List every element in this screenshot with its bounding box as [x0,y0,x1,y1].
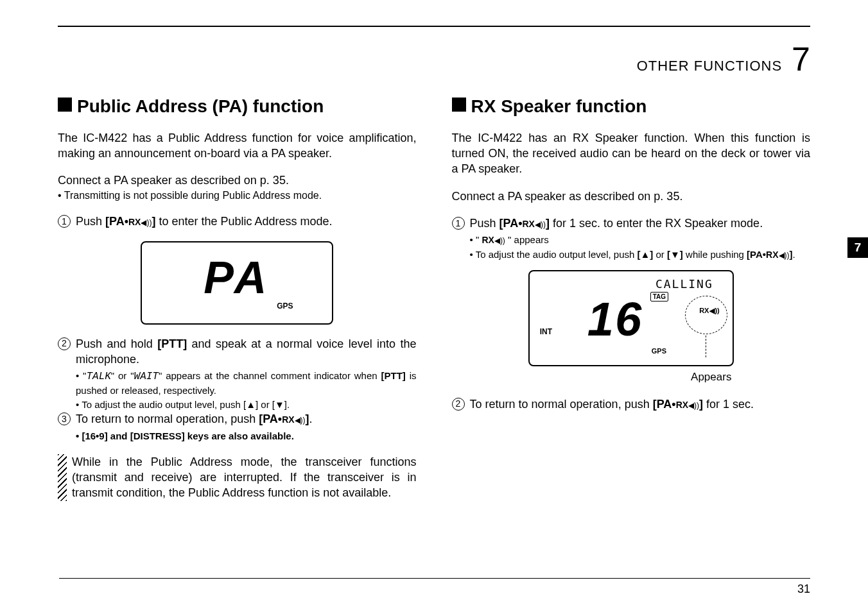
left-title: Public Address (PA) function [58,94,417,119]
t: To return to normal operation, push [470,398,653,411]
right-step1-sub2: • To adjust the audio output level, push… [470,248,811,261]
left-step-2: 2 Push and hold [PTT] and speak at a nor… [58,336,417,368]
speaker-icon [141,215,152,228]
t: WAIT [134,371,159,382]
speaker-icon [688,398,699,411]
speaker-icon [295,412,306,425]
callout-circle-icon [685,296,727,334]
t: [PA• [499,217,523,230]
left-step2-sub2: • To adjust the audio output level, push… [76,398,417,411]
appears-label: Appears [612,370,811,385]
left-connect-bullet: • Transmitting is not possible during Pu… [58,189,417,203]
t: TALK [86,371,110,382]
page-tab: 7 [847,237,868,258]
rx-key-label: RX [523,219,535,229]
right-step-1: 1 Push [PA•RX] for 1 sec. to enter the R… [452,216,811,231]
t: RX [482,235,494,245]
lcd-tag-label: TAG [650,292,668,302]
rx-key-label: RX [282,414,294,425]
lcd-pa-display: PA GPS [141,241,333,325]
speaker-icon [535,217,546,230]
left-step1-body: Push [PA•RX] to enter the Public Address… [76,214,417,229]
t: [PTT] [157,337,187,350]
title-bullet-icon [452,98,466,112]
circled-3-icon: 3 [58,412,71,425]
right-step2-body: To return to normal operation, push [PA•… [470,396,811,412]
callout-line-icon [706,336,707,357]
t: [▲] [638,249,654,260]
right-connect: Connect a PA speaker as described on p. … [452,189,811,204]
content-columns: Public Address (PA) function The IC-M422… [58,94,810,501]
lcd-calling-text: CALLING [655,276,713,292]
left-step3-body: To return to normal operation, push [PA•… [76,411,417,427]
t: " or " [111,370,134,381]
t: " appears [505,234,549,245]
left-note: While in the Public Address mode, the tr… [58,454,417,501]
right-step1-body: Push [PA•RX] for 1 sec. to enter the RX … [470,216,811,231]
right-column: RX Speaker function The IC-M422 has an R… [452,94,811,501]
hatch-icon [58,454,67,501]
lcd-gps-label: GPS [277,301,293,311]
t: [▼] [667,249,683,260]
t: • " [76,370,86,381]
lcd-rx-display: CALLING TAG 16 INT GPS RX [528,270,734,366]
page-header: OTHER FUNCTIONS 7 [58,40,810,78]
lcd-gps-label: GPS [652,346,666,356]
lcd-int-label: INT [540,327,552,337]
header-chapter: 7 [792,40,810,78]
t: [PA• [105,215,128,228]
right-title: RX Speaker function [452,94,811,119]
right-intro: The IC-M422 has an RX Speaker function. … [452,130,811,177]
t: • To adjust the audio output level, push [470,249,638,260]
t: " appears at the channel comment indicat… [159,370,381,381]
left-note-text: While in the Public Address mode, the tr… [72,454,417,501]
circled-1-icon: 1 [452,217,465,230]
t: [PA• [747,249,766,260]
right-title-text: RX Speaker function [471,96,647,116]
t: or [653,249,667,260]
left-step2-sub1: • "TALK" or "WAIT" appears at the channe… [76,370,417,397]
left-step3-sub: • [16•9] and [DISTRESS] keys are also av… [76,430,417,443]
t: while pushing [683,249,747,260]
t: [PA• [653,398,676,411]
t: [PTT] [381,370,405,381]
t: . [309,412,313,425]
rx-key-label: RX [128,217,141,227]
left-intro: The IC-M422 has a Public Address functio… [58,130,417,162]
left-step-1: 1 Push [PA•RX] to enter the Public Addre… [58,214,417,229]
page-number: 31 [59,578,810,596]
t: for 1 sec. to enter the RX Speaker mode. [550,217,763,230]
left-step2-body: Push and hold [PTT] and speak at a norma… [76,336,417,368]
t: Push and hold [76,337,157,350]
left-title-text: Public Address (PA) function [77,96,324,116]
circled-1-icon: 1 [58,215,71,228]
rx-key-label: RX [766,250,778,260]
speaker-icon [494,234,505,245]
right-step-2: 2 To return to normal operation, push [P… [452,396,811,412]
t: Push [76,215,105,228]
top-rule [58,26,810,27]
t: To return to normal operation, push [76,412,259,425]
t: Push [470,217,499,230]
t: for 1 sec. [703,398,754,411]
lcd-pa-text: PA [151,248,323,309]
t: to enter the Public Address mode. [155,215,332,228]
rx-key-label: RX [676,400,688,410]
t: [PA• [259,412,282,425]
lcd-channel-number: 16 [587,297,643,342]
circled-2-icon: 2 [58,337,71,350]
left-connect: Connect a PA speaker as described on p. … [58,173,417,188]
right-step1-sub1: • " RX " appears [470,234,811,246]
header-section: OTHER FUNCTIONS [637,58,782,74]
circled-2-icon: 2 [452,398,465,411]
t: • " [470,234,482,245]
left-column: Public Address (PA) function The IC-M422… [58,94,417,501]
t: . [793,249,795,260]
left-step-3: 3 To return to normal operation, push [P… [58,411,417,427]
speaker-icon [779,249,790,260]
title-bullet-icon [58,98,72,112]
